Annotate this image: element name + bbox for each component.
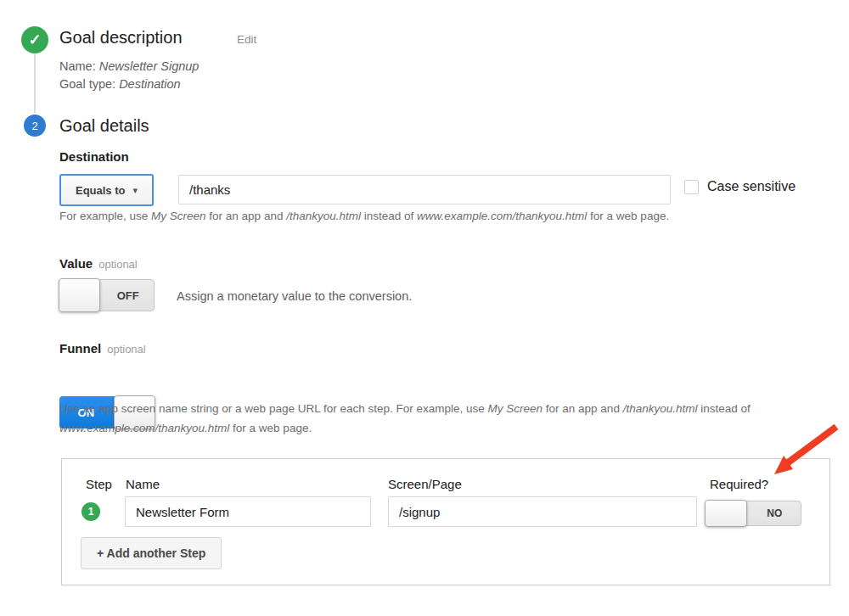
goal-name-line: Name: Newsletter Signup [59,59,199,73]
funnel-label: Funnel [59,341,101,356]
funnel-helper-text: Use an app screen name string or a web p… [59,399,805,438]
value-description: Assign a monetary value to the conversio… [177,289,412,303]
goal-description-title: Goal description [59,28,183,48]
annotation-arrow-icon [756,420,845,484]
match-type-value: Equals to [76,184,126,197]
text-segment: www.example.com/thankyou.html [59,422,229,434]
text-segment: instead of [697,402,750,415]
funnel-label-row: Funneloptional [59,341,146,356]
funnel-steps-box: Step Name Screen/Page Required? 1 NO + A… [61,458,830,585]
value-toggle[interactable]: OFF [59,279,155,311]
column-header-screen-page: Screen/Page [388,477,462,491]
goal-details-title: Goal details [59,116,149,136]
toggle-knob [705,500,747,527]
value-toggle-state: OFF [101,279,155,311]
value-label-row: Valueoptional [59,256,138,271]
edit-link[interactable]: Edit [237,33,256,46]
case-sensitive-label: Case sensitive [707,179,796,194]
text-segment: My Screen [151,210,206,222]
text-segment: for a web page. [229,422,312,434]
goal-type-value: Destination [119,77,181,91]
funnel-step-name-input[interactable] [125,496,371,527]
column-header-name: Name [126,477,160,491]
destination-helper-text: For example, use My Screen for an app an… [59,206,832,226]
destination-url-input[interactable] [178,175,671,204]
funnel-step-number: 1 [82,502,100,521]
goal-type-label: Goal type: [59,77,115,91]
text-segment: for an app and [206,210,287,222]
text-segment: for a web page. [587,210,669,222]
text-segment: instead of [361,210,417,222]
check-icon: ✓ [28,31,41,49]
required-toggle-state: NO [748,501,801,526]
text-segment: /thankyou.html [286,210,361,222]
value-label: Value [59,256,93,271]
funnel-optional-label: optional [107,343,146,356]
text-segment: For example, use [59,210,151,222]
goal-name-label: Name: [59,59,96,73]
match-type-dropdown[interactable]: Equals to ▾ [59,174,154,206]
case-sensitive-checkbox[interactable] [684,180,699,194]
required-toggle[interactable]: NO [706,501,801,526]
text-segment: www.example.com/thankyou.html [417,210,587,222]
goal-name-value: Newsletter Signup [99,59,200,73]
text-segment: /thankyou.html [623,402,698,415]
completed-step-icon: ✓ [21,26,48,53]
destination-label: Destination [59,149,129,164]
value-optional-label: optional [98,258,138,271]
text-segment: Use an app screen name string or a web p… [59,402,488,415]
chevron-down-icon: ▾ [132,186,138,195]
funnel-step-screen-input[interactable] [388,496,697,527]
toggle-knob [59,278,100,312]
goal-setup-page: ✓ Goal description Edit Name: Newsletter… [0,0,849,616]
goal-type-line: Goal type: Destination [59,77,181,91]
current-step-number: 2 [24,115,46,137]
text-segment: for an app and [543,402,623,415]
step-connector-line [34,54,36,113]
add-another-step-button[interactable]: + Add another Step [81,537,222,569]
text-segment: My Screen [488,402,543,415]
column-header-step: Step [86,477,112,491]
